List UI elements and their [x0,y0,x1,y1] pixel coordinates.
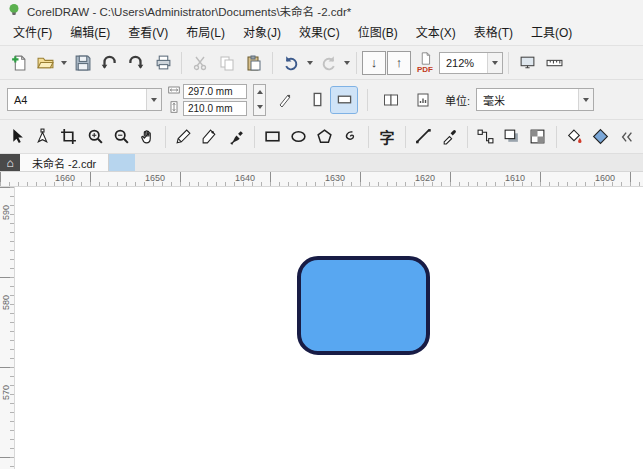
rectangle-tool-button[interactable] [260,123,285,150]
page-size-combo[interactable]: A4 [7,88,162,111]
menu-tools[interactable]: 工具(O) [522,22,581,45]
more-tools-chevron-icon[interactable] [614,123,639,150]
interactive-fill-tool-button[interactable] [588,123,613,150]
crop-tool-button[interactable] [56,123,81,150]
fill-tool-button[interactable] [562,123,587,150]
horizontal-ruler[interactable]: 1660 1650 1640 1630 1620 1610 1600 [0,172,643,187]
toolbox-separator [254,126,255,148]
pen-tool-button[interactable] [197,123,222,150]
new-tab-area[interactable] [109,154,135,171]
polygon-tool-button[interactable] [312,123,337,150]
ellipse-tool-button[interactable] [286,123,311,150]
drawing-scale-icon[interactable] [272,87,298,113]
window-title: CorelDRAW - C:\Users\Administrator\Docum… [27,3,351,19]
stepper-down-icon[interactable] [254,100,265,115]
page-height-icon [168,101,180,116]
freehand-tool-button[interactable] [171,123,196,150]
artistic-media-tool-button[interactable] [224,123,249,150]
undo-button[interactable] [278,50,304,76]
menu-object[interactable]: 对象(J) [234,22,290,45]
menu-text[interactable]: 文本(X) [407,22,465,45]
title-bar: CorelDRAW - C:\Users\Administrator\Docum… [0,0,643,22]
page-width-field[interactable]: 297.0 mm [183,84,247,99]
publish-pdf-button[interactable]: PDF [412,50,438,76]
spiral-tool-button[interactable] [338,123,363,150]
zoom-level-combo[interactable]: 212% [439,52,503,74]
landscape-button[interactable] [331,87,357,113]
dimension-stepper[interactable] [253,84,266,116]
fullscreen-preview-button[interactable] [514,50,540,76]
standard-toolbar: ↓ ↑ PDF 212% [0,46,643,80]
zoom-tool-button[interactable] [83,123,108,150]
all-pages-button[interactable] [378,87,404,113]
menu-table[interactable]: 表格(T) [465,22,522,45]
toolbar-separator [181,52,182,74]
drawing-canvas[interactable] [15,187,643,469]
zoom-level-dropdown[interactable] [487,53,502,73]
menu-view[interactable]: 查看(V) [119,22,177,45]
menu-layout[interactable]: 布局(L) [177,22,234,45]
new-document-button[interactable] [5,50,31,76]
zoom-out-tool-button[interactable] [109,123,134,150]
redo-button[interactable] [315,50,341,76]
pan-tool-button[interactable] [135,123,160,150]
eyedropper-tool-button[interactable] [437,123,462,150]
units-dropdown[interactable] [578,89,593,110]
ruler-label: 1600 [595,173,615,183]
rounded-rectangle-shape[interactable] [297,256,430,355]
zoom-level-value: 212% [440,57,487,69]
cut-button[interactable] [187,50,213,76]
menu-file[interactable]: 文件(F) [4,22,61,45]
connector-tool-button[interactable] [473,123,498,150]
paste-button[interactable] [241,50,267,76]
redo-history-chevron[interactable] [342,50,351,76]
open-flyout-chevron[interactable] [59,50,68,76]
stepper-up-icon[interactable] [254,85,265,100]
menu-bar: 文件(F) 编辑(E) 查看(V) 布局(L) 对象(J) 效果(C) 位图(B… [0,22,643,46]
toolbox-separator [405,126,406,148]
page-height-field[interactable]: 210.0 mm [183,101,247,116]
line-tool-button[interactable] [411,123,436,150]
menu-effects[interactable]: 效果(C) [290,22,349,45]
vertical-ruler[interactable]: 590 580 570 [0,187,15,469]
undo-history-chevron[interactable] [305,50,314,76]
ruler-label: 590 [1,205,11,220]
chevron-down-icon [344,61,350,65]
show-rulers-button[interactable] [541,50,567,76]
ruler-label: 1640 [235,173,255,183]
units-label: 单位: [445,92,470,108]
pick-tool-button[interactable] [4,123,29,150]
ruler-label: 1620 [415,173,435,183]
chevron-down-icon [151,98,157,102]
open-button[interactable] [32,50,58,76]
drop-shadow-tool-button[interactable] [499,123,524,150]
document-tab-bar: ⌂ 未命名 -2.cdr [0,154,643,172]
copy-button[interactable] [214,50,240,76]
document-tab-label: 未命名 -2.cdr [32,155,96,171]
chevron-down-icon [583,98,589,102]
menu-bitmaps[interactable]: 位图(B) [349,22,407,45]
ruler-label: 580 [1,295,11,310]
ruler-label: 1650 [145,173,165,183]
import-button[interactable]: ↓ [362,51,386,75]
page-size-dropdown[interactable] [146,89,161,110]
text-tool-button[interactable]: 字 [374,123,399,150]
shape-tool-button[interactable] [30,123,55,150]
home-tab-button[interactable]: ⌂ [0,154,20,171]
current-page-button[interactable] [410,87,436,113]
transparency-tool-button[interactable] [525,123,550,150]
print-button[interactable] [150,50,176,76]
document-tab[interactable]: 未命名 -2.cdr [20,154,109,171]
workspace: 590 580 570 [0,187,643,469]
loop-arrow-button-1[interactable] [96,50,122,76]
portrait-button[interactable] [304,87,330,113]
ruler-label: 1660 [55,173,75,183]
save-button[interactable] [69,50,95,76]
ruler-label: 1610 [505,173,525,183]
units-combo[interactable]: 毫米 [476,88,594,111]
menu-edit[interactable]: 编辑(E) [61,22,119,45]
loop-arrow-button-2[interactable] [123,50,149,76]
toolbox-separator [368,126,369,148]
orientation-buttons [304,87,357,113]
export-button[interactable]: ↑ [387,51,411,75]
